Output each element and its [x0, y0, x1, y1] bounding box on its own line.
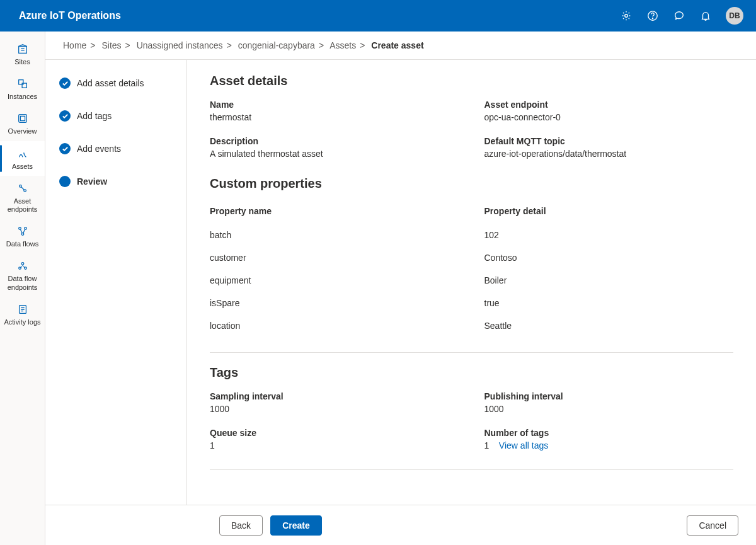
field-value: thermostat [210, 112, 459, 122]
wizard-steps: Add asset details Add tags Add events Re… [45, 60, 187, 505]
nav-label: Overview [8, 127, 37, 135]
header-actions: DB [620, 7, 743, 25]
sites-icon [16, 43, 29, 55]
field-label: Name [210, 100, 459, 110]
notifications-icon[interactable] [699, 9, 712, 22]
breadcrumb-link[interactable]: Sites [101, 40, 121, 50]
property-name: customer [210, 253, 459, 263]
wizard-footer: Back Create Cancel [45, 505, 756, 545]
svg-rect-5 [18, 115, 26, 123]
breadcrumb-link[interactable]: congenial-capybara [238, 40, 315, 50]
review-panel: Asset details Name thermostat Asset endp… [187, 60, 756, 505]
property-name: equipment [210, 275, 459, 285]
column-header: Property detail [484, 206, 734, 216]
column-header: Property name [210, 206, 459, 216]
nav-activity-logs[interactable]: Activity logs [0, 297, 45, 331]
asset-endpoints-icon [16, 182, 29, 195]
property-name: batch [210, 230, 459, 240]
nav-assets[interactable]: Assets [0, 141, 45, 176]
svg-point-8 [23, 190, 26, 192]
svg-point-0 [625, 14, 628, 18]
field-value: opc-ua-connector-0 [484, 112, 734, 122]
field-label: Default MQTT topic [484, 136, 734, 146]
svg-point-11 [21, 233, 24, 236]
section-asset-details-title: Asset details [210, 74, 733, 88]
property-row: equipment Boiler [210, 269, 733, 292]
left-nav: Sites Instances Overview Assets Asset en… [0, 32, 45, 545]
svg-point-9 [18, 227, 21, 230]
instances-icon [16, 77, 29, 90]
top-header: Azure IoT Operations DB [0, 0, 756, 32]
step-label: Review [77, 176, 107, 186]
step-review[interactable]: Review [59, 176, 186, 187]
property-detail: Contoso [484, 253, 734, 263]
breadcrumb-link[interactable]: Unassigned instances [137, 40, 223, 50]
property-row: customer Contoso [210, 246, 733, 269]
step-label: Add tags [77, 111, 112, 121]
view-all-tags-link[interactable]: View all tags [499, 440, 548, 450]
nav-label: Sites [14, 58, 30, 66]
field-value-with-link: 1 View all tags [484, 440, 734, 450]
check-icon [59, 77, 71, 89]
brand-title: Azure IoT Operations [19, 10, 121, 21]
field-value: 1000 [484, 404, 734, 414]
data-flow-endpoints-icon [16, 260, 29, 272]
property-detail: Seattle [484, 321, 734, 331]
field-label: Asset endpoint [484, 100, 734, 110]
svg-rect-3 [18, 80, 23, 84]
field-label: Queue size [210, 428, 459, 438]
property-row: batch 102 [210, 224, 733, 246]
nav-data-flow-endpoints[interactable]: Data flow endpoints [0, 253, 45, 296]
step-add-tags[interactable]: Add tags [59, 110, 186, 122]
nav-data-flows[interactable]: Data flows [0, 219, 45, 253]
help-icon[interactable] [646, 9, 659, 22]
property-detail: 102 [484, 230, 734, 240]
data-flows-icon [16, 225, 29, 238]
nav-label: Data flows [6, 240, 38, 248]
check-icon [59, 110, 71, 122]
property-name: location [210, 321, 459, 331]
activity-logs-icon [16, 303, 29, 316]
field-value: 1 [210, 440, 459, 450]
property-row: location Seattle [210, 314, 733, 337]
field-label: Description [210, 136, 459, 146]
breadcrumb-current: Create asset [371, 40, 423, 50]
nav-label: Instances [8, 93, 37, 101]
current-step-icon [59, 176, 71, 187]
breadcrumb-link[interactable]: Home [63, 40, 86, 50]
nav-asset-endpoints[interactable]: Asset endpoints [0, 176, 45, 219]
property-row: isSpare true [210, 292, 733, 314]
tags-count: 1 [484, 440, 490, 450]
svg-rect-6 [20, 117, 25, 121]
back-button[interactable]: Back [219, 515, 263, 536]
field-value: azure-iot-operations/data/thermostat [484, 149, 734, 159]
step-add-events[interactable]: Add events [59, 143, 186, 154]
svg-rect-4 [22, 83, 26, 88]
settings-icon[interactable] [620, 9, 633, 22]
nav-label: Asset endpoints [3, 197, 42, 214]
field-value: 1000 [210, 404, 459, 414]
field-value: A simulated thermostat asset [210, 149, 459, 159]
step-add-asset-details[interactable]: Add asset details [59, 77, 186, 89]
breadcrumb-link[interactable]: Assets [329, 40, 356, 50]
cancel-button[interactable]: Cancel [687, 515, 738, 536]
nav-label: Assets [12, 163, 33, 171]
feedback-icon[interactable] [673, 9, 685, 22]
create-button[interactable]: Create [270, 515, 322, 536]
svg-point-10 [24, 227, 26, 230]
property-detail: Boiler [484, 275, 734, 285]
nav-overview[interactable]: Overview [0, 106, 45, 141]
property-name: isSpare [210, 298, 459, 308]
nav-label: Data flow endpoints [3, 275, 42, 291]
svg-point-2 [652, 18, 653, 19]
svg-point-12 [21, 263, 24, 265]
avatar[interactable]: DB [726, 7, 743, 25]
check-icon [59, 143, 71, 154]
nav-label: Activity logs [4, 318, 40, 326]
step-label: Add events [77, 144, 121, 154]
nav-instances[interactable]: Instances [0, 71, 45, 106]
svg-point-7 [19, 185, 21, 187]
nav-sites[interactable]: Sites [0, 37, 45, 71]
field-label: Sampling interval [210, 391, 459, 401]
field-label: Number of tags [484, 428, 734, 438]
